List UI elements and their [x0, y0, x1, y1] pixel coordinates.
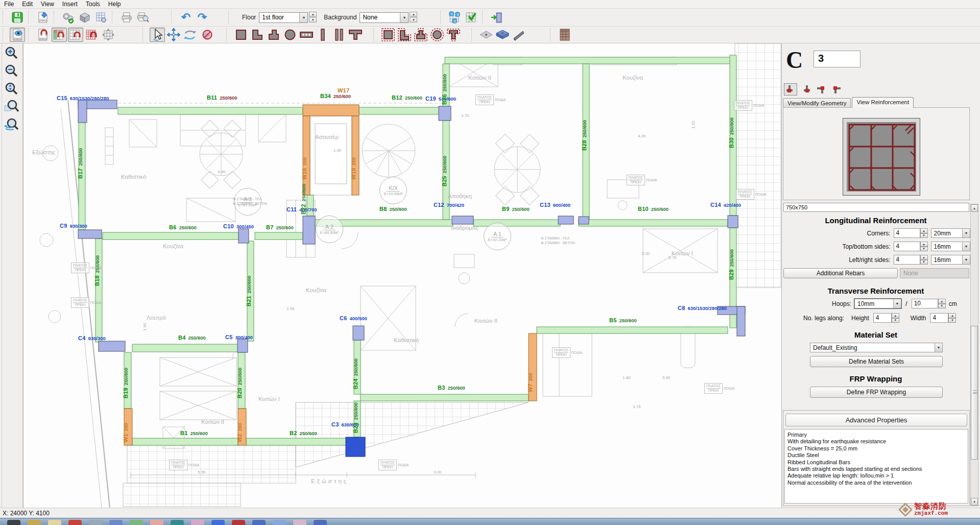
selected-column-c3[interactable]	[346, 437, 365, 457]
taskbar-item[interactable]	[171, 520, 184, 525]
orientation-top-left-button[interactable]	[830, 83, 843, 96]
rebar-diameter-select[interactable]: 16mm▼	[931, 255, 971, 265]
jacket-lshape-button[interactable]	[397, 28, 412, 42]
stepper-arrows[interactable]: ▲▼	[920, 228, 928, 238]
wall-double-button[interactable]	[331, 28, 347, 42]
chevron-down-icon[interactable]: ▼	[962, 229, 970, 237]
stepper-arrows[interactable]: ▲▼	[892, 313, 899, 323]
jacket-circle-button[interactable]	[429, 28, 445, 42]
chevron-down-icon[interactable]: ▼	[935, 343, 942, 352]
snap-dwg-button[interactable]: DWG	[35, 28, 51, 42]
snap-grid-color-button[interactable]	[52, 28, 67, 42]
scrollbar-thumb[interactable]	[971, 326, 978, 460]
snap-mesh-button[interactable]	[84, 28, 100, 42]
scroll-down-icon[interactable]: ▼	[971, 498, 978, 506]
orientation-bottom-left-button[interactable]	[784, 83, 797, 96]
legs-width-input[interactable]: 4 ▲▼	[930, 313, 956, 323]
save-button[interactable]	[10, 10, 25, 25]
rebar-diameter-select[interactable]: 20mm▼	[931, 228, 971, 238]
floor-select[interactable]: 1st floor ▼	[259, 12, 308, 23]
chevron-down-icon[interactable]: ▼	[299, 13, 307, 22]
scroll-up-icon[interactable]: ▲	[971, 204, 978, 212]
taskbar-item[interactable]	[150, 520, 163, 525]
tab-view-modify-geometry[interactable]: View/Modify Geometry	[783, 98, 851, 108]
taskbar-item[interactable]	[314, 520, 327, 525]
taskbar-item[interactable]	[273, 520, 286, 525]
rebar-count-input[interactable]: 4 ▲▼	[894, 255, 928, 265]
taskbar-item[interactable]	[109, 520, 123, 525]
background-select[interactable]: None ▼	[360, 12, 409, 23]
panel-scrollbar[interactable]: ▲ ▼	[970, 204, 978, 506]
wall-thin-button[interactable]	[315, 28, 330, 42]
jacket-rect-button[interactable]	[380, 28, 396, 42]
print-button[interactable]	[119, 10, 134, 25]
renumber-grid-button[interactable]: 132	[447, 10, 463, 25]
undo-button[interactable]: ↶	[178, 10, 194, 25]
exit-button[interactable]	[489, 10, 505, 25]
material-set-select[interactable]: Default_Existing▼	[810, 343, 943, 352]
jacket-tshape-button[interactable]	[413, 28, 428, 42]
rebar-count-input[interactable]: 4 ▲▼	[894, 228, 928, 238]
menu-item-tools[interactable]: Tools	[82, 0, 104, 8]
print-preview-button[interactable]	[135, 10, 151, 25]
zoom-in-button[interactable]	[3, 45, 20, 61]
taskbar-item[interactable]	[191, 520, 204, 525]
menu-item-file[interactable]: File	[0, 0, 18, 8]
slab-flat-button[interactable]	[479, 28, 494, 42]
stepper-arrows[interactable]: ▲▼	[920, 255, 928, 265]
taskbar-item[interactable]	[130, 520, 143, 525]
taskbar-item[interactable]	[68, 520, 82, 525]
zoom-out-button[interactable]	[3, 63, 20, 79]
taskbar-item[interactable]	[28, 520, 41, 525]
taskbar-item[interactable]	[89, 520, 102, 525]
taskbar-item[interactable]	[211, 520, 225, 525]
column-lshape-button[interactable]	[250, 28, 265, 42]
slab-3d-button[interactable]	[495, 28, 510, 42]
rebar-count-input[interactable]: 4 ▲▼	[894, 242, 928, 251]
beams-layer[interactable]	[79, 55, 736, 445]
chevron-down-icon[interactable]: ▼	[893, 299, 901, 308]
zoom-extents-button[interactable]	[3, 81, 20, 97]
column-twide-button[interactable]	[348, 28, 363, 42]
building-view-button[interactable]	[557, 28, 572, 42]
hoop-spacing-input[interactable]: 10 ▲▼	[912, 299, 946, 308]
taskbar-item[interactable]	[48, 520, 61, 525]
chevron-down-icon[interactable]: ▼	[962, 242, 970, 251]
snap-grid-button[interactable]	[68, 28, 83, 42]
floor-plan[interactable]	[23, 43, 781, 508]
import-dwg-button[interactable]: DWG	[35, 10, 51, 25]
taskbar-item[interactable]	[293, 520, 306, 525]
section-size-field[interactable]: 750x750	[783, 203, 969, 212]
select-tool-button[interactable]	[150, 28, 165, 42]
orientation-top-right-button[interactable]	[815, 83, 828, 96]
menu-item-help[interactable]: Help	[104, 0, 125, 8]
tab-view-reinforcement[interactable]: View Reinforcement	[852, 97, 914, 108]
stepper-arrows[interactable]: ▲▼	[938, 299, 946, 308]
project-settings-button[interactable]	[61, 10, 76, 25]
advanced-properties-button[interactable]: Advanced Properties	[785, 414, 967, 426]
menu-item-insert[interactable]: Insert	[58, 0, 82, 8]
redo-button[interactable]: ↷	[195, 10, 210, 25]
column-circle-button[interactable]	[282, 28, 298, 42]
additional-rebars-button[interactable]: Additional Rebars	[783, 268, 898, 278]
ramp-button[interactable]	[511, 28, 527, 42]
move-tool-button[interactable]	[166, 28, 181, 42]
stepper-arrows[interactable]: ▲▼	[920, 242, 928, 251]
move-grid-button[interactable]	[101, 28, 116, 42]
windows-taskbar[interactable]	[0, 518, 980, 525]
zoom-window-button[interactable]	[3, 99, 20, 115]
3d-view-button[interactable]	[77, 10, 92, 25]
chevron-down-icon[interactable]: ▼	[400, 13, 408, 22]
wall-section-button[interactable]	[299, 28, 314, 42]
jacket-twide-button[interactable]	[446, 28, 461, 42]
hoops-diameter-select[interactable]: 10mm▼	[854, 299, 901, 308]
menu-item-view[interactable]: View	[37, 0, 58, 8]
grid-settings-button[interactable]	[93, 10, 109, 25]
taskbar-item[interactable]	[7, 520, 20, 525]
orientation-bottom-right-button[interactable]	[799, 83, 812, 96]
apply-grid-button[interactable]	[464, 10, 479, 25]
chevron-down-icon[interactable]: ▼	[962, 255, 970, 264]
drawing-canvas[interactable]: C15630/1530/280/280C19530/600C9930/300C1…	[23, 43, 781, 508]
floor-stepper[interactable]: ▲▼	[309, 12, 317, 23]
zoom-previous-button[interactable]	[3, 116, 20, 133]
